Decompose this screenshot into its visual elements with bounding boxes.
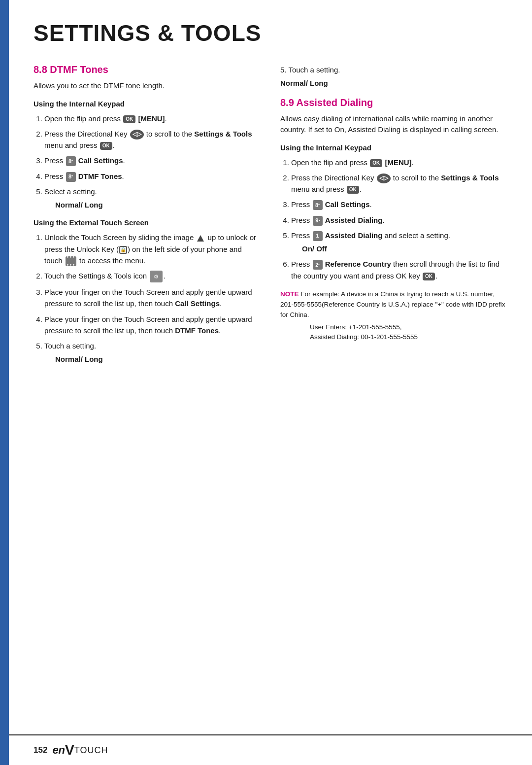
left-column: 8.8 DTMF Tones Allows you to set the DTM…: [33, 64, 261, 373]
note-continuation: User Enters: +1-201-555-5555, Assisted D…: [310, 322, 507, 343]
keypad-heading-88: Using the Internal Keypad: [33, 100, 261, 108]
dtmf-tones-label: DTMF Tones: [78, 172, 122, 180]
keypad-steps-88: Open the flip and press OK [MENU]. Press…: [33, 113, 261, 211]
list-item: Place your finger on the Touch Screen an…: [44, 286, 261, 310]
num-2-key: 2•: [313, 260, 323, 270]
brand-logo: en V TOUCH: [52, 742, 108, 758]
num-9-key: 9•: [313, 216, 323, 226]
num-8b-key: 8*: [66, 172, 76, 182]
list-item: Open the flip and press OK [MENU].: [291, 157, 507, 168]
ok-key-ref: OK: [423, 273, 435, 280]
list-item: Press the Directional Key ◁▷ to scroll t…: [291, 172, 507, 195]
unlock-arrow-icon: [197, 235, 204, 242]
num-1-key: 1: [313, 231, 323, 241]
list-item: Press 9• Assisted Dialing.: [291, 214, 507, 226]
page-number: 152: [33, 745, 47, 755]
touch-steps-88: Unlock the Touch Screen by sliding the i…: [33, 232, 261, 365]
list-item: Press 8* Call Settings.: [291, 199, 507, 210]
main-content: SETTINGS & TOOLS 8.8 DTMF Tones Allows y…: [9, 0, 532, 403]
section-89-title: 8.9 Assisted Dialing: [280, 97, 507, 108]
ok-key-icon: OK: [123, 115, 135, 123]
num-8-key: 8*: [66, 156, 76, 166]
call-settings-label: Call Settings: [78, 156, 123, 165]
right-column: 5. Touch a setting. Normal/ Long 8.9 Ass…: [280, 64, 507, 343]
dir-key-89: ◁▷: [377, 174, 391, 183]
list-item: Press 8* DTMF Tones.: [44, 171, 261, 182]
touch-steps-88-continued: 5. Touch a setting. Normal/ Long: [280, 64, 507, 89]
section-88-desc: Allows you to set the DTMF tone length.: [33, 80, 261, 92]
brand-v: V: [65, 742, 74, 758]
brand-en: en: [52, 744, 65, 757]
list-item: 5. Touch a setting. Normal/ Long: [280, 64, 507, 89]
ref-country-label: Reference Country: [325, 260, 391, 268]
note-text: For example: A device in a China is tryi…: [280, 290, 505, 318]
list-item: Open the flip and press OK [MENU].: [44, 113, 261, 124]
brand-touch: TOUCH: [74, 745, 108, 756]
list-item: Select a setting. Normal/ Long: [44, 186, 261, 211]
bottom-bar: 152 en V TOUCH: [9, 734, 532, 765]
settings-tools-89-label: Settings & Tools: [441, 174, 499, 182]
list-item: Press 2• Reference Country then scroll t…: [291, 258, 507, 281]
call-settings-89-label: Call Settings: [325, 200, 370, 209]
menu-label: [MENU]: [138, 114, 165, 123]
num-8-89-key: 8*: [313, 200, 323, 210]
list-item: Place your finger on the Touch Screen an…: [44, 313, 261, 337]
list-item: Press 1 Assisted Dialing and select a se…: [291, 230, 507, 255]
blue-sidebar-bar: [0, 0, 9, 765]
list-item: Touch a setting. Normal/ Long: [44, 340, 261, 365]
setting-normallong-right: Normal/ Long: [280, 77, 507, 89]
page: SETTINGS & TOOLS 8.8 DTMF Tones Allows y…: [0, 0, 532, 765]
list-item: Press the Directional Key ◁▷ to scroll t…: [44, 128, 261, 151]
page-title: SETTINGS & TOOLS: [33, 20, 507, 46]
list-item: Touch the Settings & Tools icon ⚙.: [44, 270, 261, 282]
settings-tools-label: Settings & Tools: [194, 130, 252, 138]
section-89-desc: Allows easy dialing of international cal…: [280, 113, 507, 136]
settings-tools-icon: ⚙: [150, 271, 163, 282]
call-settings-touch-label: Call Settings: [175, 299, 220, 308]
ok-key-icon-89: OK: [370, 159, 382, 167]
touch-heading-88: Using the External Touch Screen: [33, 218, 261, 227]
two-column-layout: 8.8 DTMF Tones Allows you to set the DTM…: [33, 64, 507, 373]
list-item: Press 8* Call Settings.: [44, 155, 261, 166]
dtmf-options-keypad: Normal/ Long: [44, 199, 261, 210]
dtmf-tones-touch-label: DTMF Tones: [175, 326, 219, 335]
menu-label-89: [MENU]: [385, 158, 411, 167]
section-88-title: 8.8 DTMF Tones: [33, 64, 261, 75]
note-label: NOTE: [280, 290, 299, 298]
lock-icon: 🔒: [119, 246, 127, 254]
note-block: NOTE For example: A device in a China is…: [280, 289, 507, 343]
list-item: Unlock the Touch Screen by sliding the i…: [44, 232, 261, 266]
on-off-options: On/ Off: [291, 243, 507, 254]
keypad-heading-89: Using the Internal Keypad: [280, 143, 507, 152]
ok-key-89b: OK: [347, 186, 359, 194]
dtmf-options-touch: Normal/ Long: [44, 353, 261, 365]
assisted-dialing-label: Assisted Dialing: [325, 216, 383, 224]
grid-menu-icon: ‣‣‣‣‣‣: [66, 256, 76, 266]
assisted-dialing-2-label: Assisted Dialing: [325, 231, 383, 240]
ok-key-icon-2: OK: [100, 142, 112, 150]
directional-key-icon: ◁▷: [130, 130, 144, 139]
keypad-steps-89: Open the flip and press OK [MENU]. Press…: [280, 157, 507, 281]
